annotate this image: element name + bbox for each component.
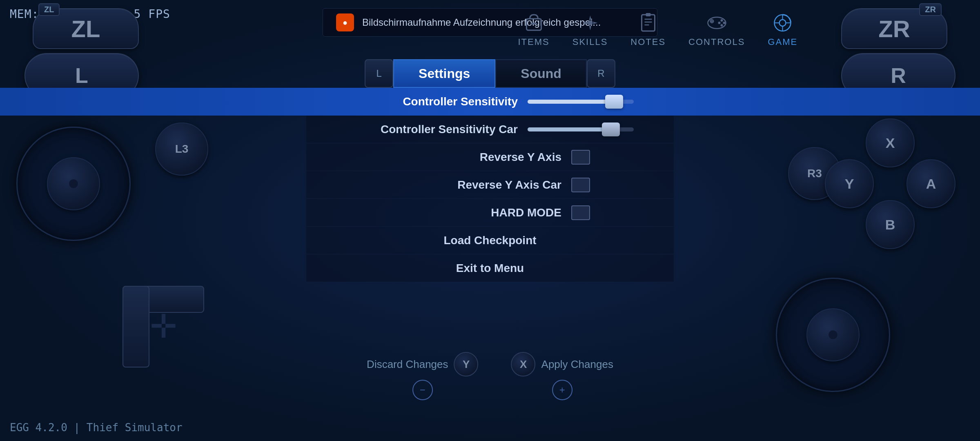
settings-panel: L Settings Sound R Controller Sensitivit… — [306, 59, 674, 282]
controls-label: Controls — [688, 37, 745, 47]
tab-sound[interactable]: Sound — [495, 59, 587, 88]
controller-sensitivity-car-slider[interactable] — [528, 127, 634, 131]
y-button[interactable]: Y — [825, 159, 874, 208]
tab-l-indicator: L — [365, 59, 393, 88]
settings-content: Controller Sensitivity Controller Sensit… — [306, 88, 674, 282]
controller-sensitivity-slider[interactable] — [528, 100, 634, 104]
right-stick-dot — [828, 330, 838, 340]
reverse-y-axis-car-checkbox[interactable] — [571, 178, 590, 192]
reverse-y-axis-car-label: Reverse Y Axis Car — [390, 178, 561, 192]
game-icon — [771, 11, 794, 34]
x-action-button[interactable]: X — [511, 352, 536, 376]
x-button[interactable]: X — [866, 118, 915, 167]
reverse-y-axis-row: Reverse Y Axis — [306, 143, 674, 171]
load-checkpoint-label: Load Checkpoint — [443, 234, 536, 247]
tab-settings[interactable]: Settings — [393, 59, 495, 88]
zr-button[interactable]: ZR ZR — [841, 8, 947, 49]
controller-sensitivity-car-thumb[interactable] — [602, 122, 620, 136]
face-buttons: X Y A B — [825, 118, 956, 249]
left-stick-outer — [16, 127, 131, 241]
reverse-y-axis-label: Reverse Y Axis — [390, 151, 561, 164]
zl-label: ZL — [38, 3, 60, 16]
svg-rect-3 — [641, 15, 655, 31]
b-button[interactable]: B — [866, 200, 915, 249]
controller-sensitivity-row: Controller Sensitivity — [0, 88, 980, 116]
nav-items[interactable]: ITEMS — [518, 11, 549, 47]
tab-r-indicator: R — [587, 59, 615, 88]
plus-indicator: + — [552, 380, 572, 400]
items-icon — [522, 11, 545, 34]
controller-sensitivity-label: Controller Sensitivity — [346, 95, 518, 108]
minus-indicator: − — [412, 380, 433, 400]
hard-mode-label: HARD MODE — [390, 206, 561, 219]
left-stick-inner — [47, 157, 100, 210]
controller-sensitivity-thumb[interactable] — [605, 95, 623, 109]
r3-label: R3 — [807, 167, 822, 180]
nav-skills[interactable]: SKILLS — [572, 11, 608, 47]
dpad[interactable]: ✛ — [122, 286, 204, 368]
notes-icon — [637, 11, 659, 34]
zl-button[interactable]: ZL ZL — [33, 8, 139, 49]
exit-to-menu-row[interactable]: Exit to Menu — [306, 254, 674, 282]
svg-rect-1 — [530, 23, 537, 24]
version-display: EGG 4.2.0 | Thief Simulator — [10, 421, 183, 434]
svg-rect-7 — [646, 13, 650, 16]
dpad-icon: ✛ — [150, 310, 177, 343]
hard-mode-checkbox[interactable] — [571, 205, 590, 220]
discard-changes-action[interactable]: Discard Changes Y − — [367, 352, 478, 400]
left-stick-dot — [69, 179, 78, 189]
apply-changes-action[interactable]: X Apply Changes + — [511, 352, 613, 400]
controls-icon — [705, 11, 728, 34]
tab-bar: L Settings Sound R — [306, 59, 674, 88]
l3-button[interactable]: L3 — [155, 122, 208, 176]
reverse-y-axis-car-row: Reverse Y Axis Car — [306, 171, 674, 199]
zr-label: ZR — [919, 3, 942, 16]
face-btn-group: X Y A B — [825, 118, 956, 249]
discard-changes-label: Discard Changes — [367, 358, 448, 371]
skills-icon — [579, 11, 601, 34]
svg-point-13 — [720, 24, 723, 27]
skills-label: SKILLS — [572, 37, 608, 47]
zl-text: ZL — [71, 15, 100, 42]
exit-to-menu-label: Exit to Menu — [456, 262, 524, 275]
reverse-y-axis-checkbox[interactable] — [571, 150, 590, 165]
svg-point-11 — [723, 22, 725, 24]
game-label: GAME — [768, 37, 797, 47]
svg-point-17 — [780, 20, 786, 26]
nav-notes[interactable]: NOTES — [630, 11, 666, 47]
right-stick-inner — [806, 308, 860, 361]
items-label: ITEMS — [518, 37, 549, 47]
left-analog-stick[interactable] — [16, 127, 131, 241]
apply-changes-label: Apply Changes — [541, 358, 613, 371]
action-bar: Discard Changes Y − X Apply Changes + — [367, 352, 613, 400]
svg-point-10 — [720, 19, 723, 22]
controller-sensitivity-car-row: Controller Sensitivity Car — [306, 116, 674, 143]
l-label: L — [75, 63, 88, 88]
notification-record-icon: ● — [336, 13, 354, 31]
l3-label: L3 — [175, 143, 189, 156]
r-label: R — [891, 63, 906, 88]
load-checkpoint-row[interactable]: Load Checkpoint — [306, 227, 674, 254]
y-action-button[interactable]: Y — [454, 352, 479, 376]
svg-point-12 — [718, 22, 720, 24]
right-analog-stick[interactable] — [776, 278, 890, 392]
a-button[interactable]: A — [906, 159, 956, 208]
nav-controls[interactable]: Controls — [688, 11, 745, 47]
dpad-cross: ✛ — [122, 286, 204, 368]
notes-label: NOTES — [630, 37, 666, 47]
right-stick-outer — [776, 278, 890, 392]
hard-mode-row: HARD MODE — [306, 199, 674, 227]
nav-game[interactable]: GAME — [768, 11, 797, 47]
controller-sensitivity-car-label: Controller Sensitivity Car — [346, 123, 518, 136]
svg-point-2 — [588, 20, 592, 25]
zr-text: ZR — [878, 15, 910, 42]
